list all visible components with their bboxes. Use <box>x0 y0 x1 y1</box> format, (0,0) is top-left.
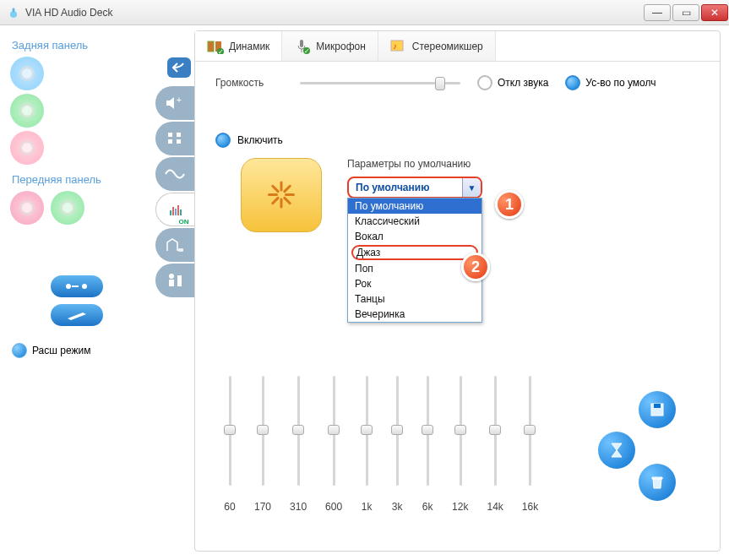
person-speaker-icon <box>166 272 183 289</box>
callout-badge-1: 1 <box>495 190 524 219</box>
eq-band: 16k <box>522 376 538 513</box>
chevron-down-icon[interactable]: ▼ <box>462 178 481 197</box>
rear-jack-pink[interactable] <box>10 131 44 165</box>
sidetab-wave[interactable] <box>155 157 194 191</box>
advanced-mode-label: Расш режим <box>32 345 90 356</box>
preset-option[interactable]: Вечеринка <box>348 307 481 322</box>
window-title: VIA HD Audio Deck <box>25 7 643 19</box>
maximize-button[interactable]: ▭ <box>672 4 699 21</box>
left-panel: Задняя панель Передняя панель Расш режим <box>8 30 152 552</box>
eq-band-freq: 600 <box>325 501 342 513</box>
preset-option[interactable]: Танцы <box>348 291 481 307</box>
app-body: Задняя панель Передняя панель Расш режим <box>0 25 729 560</box>
front-jack-green[interactable] <box>51 191 84 225</box>
svg-rect-12 <box>208 41 214 52</box>
hourglass-icon <box>607 441 626 459</box>
eq-band: 6k <box>422 376 433 513</box>
volume-slider[interactable] <box>300 76 460 90</box>
sidetab-volume[interactable]: + <box>155 86 194 120</box>
eq-band-slider[interactable] <box>489 376 501 486</box>
svg-point-9 <box>169 274 174 279</box>
eq-band: 3k <box>391 376 403 513</box>
eq-band-slider[interactable] <box>361 376 373 486</box>
eq-band-slider[interactable] <box>454 376 466 486</box>
eq-band-slider[interactable] <box>422 376 433 486</box>
preset-delete-button[interactable] <box>639 464 676 501</box>
radio-on-icon <box>215 133 231 148</box>
eq-band-slider[interactable] <box>328 376 340 486</box>
preset-option[interactable]: Джаз <box>351 245 478 260</box>
radio-off-icon <box>477 75 492 90</box>
preset-option[interactable]: Вокал <box>348 229 481 244</box>
side-tab-strip: + ON <box>152 57 194 552</box>
advanced-mode-toggle[interactable]: Расш режим <box>12 343 152 358</box>
back-arrow-icon <box>172 62 186 73</box>
equalizer-icon <box>170 204 182 215</box>
svg-point-3 <box>82 284 87 289</box>
tab-speaker-label: Динамик <box>229 41 269 52</box>
mute-toggle[interactable]: Откл звука <box>477 75 548 90</box>
eq-band-slider[interactable] <box>391 376 403 486</box>
volume-row: Громкость Откл звука Ус-во по умолч <box>215 75 699 90</box>
svg-text:✓: ✓ <box>218 48 224 54</box>
burst-icon <box>264 178 298 212</box>
tab-speaker[interactable]: ✓ Динамик <box>195 31 282 61</box>
sidetab-karaoke[interactable] <box>155 264 194 297</box>
pen-button[interactable] <box>51 304 103 326</box>
on-label: ON <box>179 218 189 226</box>
radio-on-icon <box>565 75 580 90</box>
rear-jack-green[interactable] <box>10 94 44 128</box>
eq-band-slider[interactable] <box>524 376 536 486</box>
preset-combobox[interactable]: По умолчанию ▼ <box>347 177 482 198</box>
pen-icon <box>66 310 88 320</box>
preset-section-label: Параметры по умолчанию <box>347 158 699 170</box>
volume-label: Громкость <box>215 77 283 89</box>
eq-preset-icon-button[interactable] <box>241 158 322 232</box>
eq-band-freq: 60 <box>224 501 235 513</box>
svg-rect-8 <box>177 139 181 144</box>
svg-point-1 <box>66 284 71 289</box>
tab-stereomix[interactable]: ♪ Стереомикшер <box>378 31 496 61</box>
default-device-toggle[interactable]: Ус-во по умолч <box>565 75 656 90</box>
eq-band-slider[interactable] <box>257 376 269 486</box>
preset-option[interactable]: Рок <box>348 276 481 291</box>
preset-option[interactable]: Классический <box>348 214 481 229</box>
connector-button[interactable] <box>51 275 103 297</box>
sidetab-equalizer[interactable]: ON <box>155 193 194 226</box>
svg-text:+: + <box>177 95 182 105</box>
eq-band-slider[interactable] <box>292 376 304 486</box>
tab-stereomix-label: Стереомикшер <box>412 41 483 52</box>
eq-band-freq: 16k <box>522 501 538 513</box>
back-arrow-button[interactable] <box>167 57 191 78</box>
close-button[interactable]: ✕ <box>701 4 728 21</box>
top-tabs: ✓ Динамик ✓ Микрофон ♪ Стереомикшер <box>195 31 720 62</box>
front-jack-pink[interactable] <box>10 191 44 225</box>
rear-jack-blue[interactable] <box>10 57 44 90</box>
trash-icon <box>649 474 666 491</box>
preset-save-button[interactable] <box>639 391 676 428</box>
eq-enable-toggle[interactable]: Включить <box>215 133 699 148</box>
eq-band-freq: 170 <box>254 501 271 513</box>
eq-band-freq: 14k <box>487 501 503 513</box>
eq-band-freq: 3k <box>392 501 403 513</box>
sidetab-speakers[interactable] <box>155 122 194 155</box>
speaker-tab-icon: ✓ <box>207 38 224 55</box>
tab-microphone[interactable]: ✓ Микрофон <box>282 31 378 61</box>
eq-band-slider[interactable] <box>224 376 236 486</box>
minimize-button[interactable]: — <box>644 4 671 21</box>
eq-band-freq: 1k <box>362 501 373 513</box>
eq-band: 60 <box>224 376 236 513</box>
svg-rect-5 <box>168 133 172 137</box>
callout-badge-2: 2 <box>461 253 490 281</box>
sidetab-environment[interactable] <box>155 228 194 262</box>
tab-mic-label: Микрофон <box>316 41 365 52</box>
svg-rect-16 <box>300 40 303 47</box>
speaker-config-icon <box>166 131 183 146</box>
preset-action-cluster <box>590 391 699 501</box>
svg-rect-6 <box>177 133 181 137</box>
connector-icon <box>64 281 90 291</box>
window-titlebar: VIA HD Audio Deck — ▭ ✕ <box>0 0 729 25</box>
preset-reset-button[interactable] <box>598 432 635 469</box>
preset-option[interactable]: По умолчанию <box>348 198 481 214</box>
eq-band: 310 <box>290 376 307 513</box>
